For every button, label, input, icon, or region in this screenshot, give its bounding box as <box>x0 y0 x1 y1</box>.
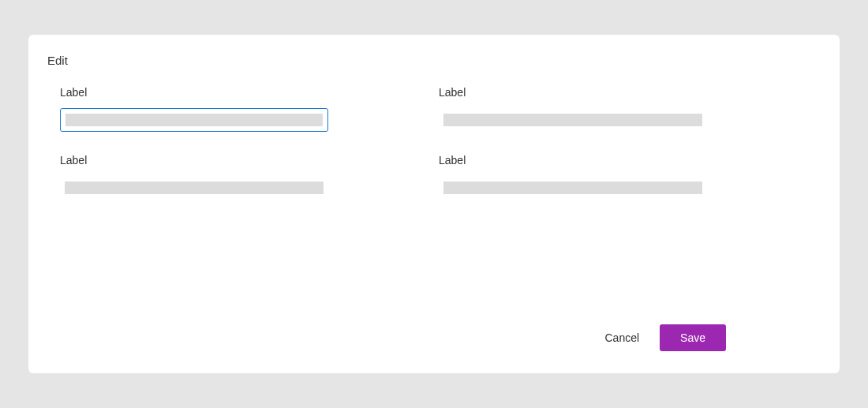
field-label: Label <box>439 154 707 167</box>
form-field: Label <box>439 154 707 200</box>
field-label: Label <box>439 86 707 99</box>
text-input[interactable] <box>439 108 707 132</box>
save-button[interactable]: Save <box>660 324 726 351</box>
field-label: Label <box>60 86 328 99</box>
form-body: Label Label Label Label <box>47 86 821 324</box>
field-label: Label <box>60 154 328 167</box>
skeleton-bar <box>65 182 324 194</box>
edit-card: Edit Label Label Label <box>28 35 840 373</box>
form-field: Label <box>60 154 328 200</box>
text-input[interactable] <box>60 108 328 132</box>
skeleton-bar <box>443 182 702 194</box>
cancel-button[interactable]: Cancel <box>601 325 642 350</box>
skeleton-bar <box>65 114 323 126</box>
form-row: Label Label <box>60 154 808 200</box>
form-field: Label <box>60 86 328 132</box>
card-title: Edit <box>47 54 821 67</box>
text-input[interactable] <box>60 176 328 200</box>
text-input[interactable] <box>439 176 707 200</box>
form-field: Label <box>439 86 707 132</box>
action-bar: Cancel Save <box>47 324 821 351</box>
skeleton-bar <box>443 114 702 126</box>
form-row: Label Label <box>60 86 808 132</box>
